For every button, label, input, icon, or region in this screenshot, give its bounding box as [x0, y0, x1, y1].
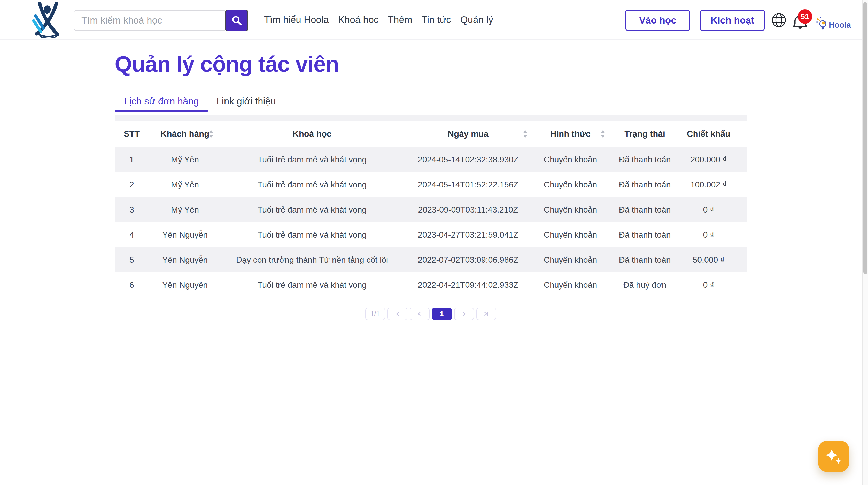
cell-khoa-hoc: Tuổi trẻ đam mê và khát vọng — [221, 172, 403, 197]
column-header-khach-hang[interactable]: Khách hàng — [149, 121, 221, 147]
cell-ngay-mua: 2023-04-27T03:21:59.041Z — [403, 222, 533, 248]
column-header-khoa-hoc: Khoá học — [221, 121, 403, 147]
table-row: 5Yên NguyễnDạy con trưởng thành Từ nền t… — [115, 248, 747, 273]
notifications-button[interactable]: 51 — [792, 9, 815, 30]
hoola-mini-logo[interactable]: Hoola — [816, 13, 851, 31]
kich-hoat-button[interactable]: Kích hoạt — [700, 10, 765, 31]
column-header-trang-thai: Trạng thái — [608, 121, 682, 147]
next-page-button[interactable] — [454, 308, 474, 320]
nav-item-tin-tuc[interactable]: Tin tức — [422, 15, 451, 25]
cell-chiet-khau: 0 ₫ — [682, 273, 747, 297]
cell-trang-thai: Đã thanh toán — [608, 147, 682, 172]
cell-khach-hang: Mỹ Yên — [149, 197, 221, 222]
cell-stt: 3 — [115, 197, 149, 222]
tab-lich-su-don-hang[interactable]: Lịch sử đơn hàng — [115, 92, 208, 111]
cell-khoa-hoc: Tuổi trẻ đam mê và khát vọng — [221, 197, 403, 222]
cell-chiet-khau: 200.000 ₫ — [682, 147, 747, 172]
search-box — [74, 9, 248, 31]
scrollbar-thumb[interactable] — [863, 2, 867, 274]
prev-page-button[interactable] — [410, 308, 430, 320]
column-label: Hình thức — [550, 129, 591, 139]
header: Tìm hiểu HoolaKhoá họcThêmTin tứcQuản lý… — [0, 0, 868, 40]
cell-chiet-khau: 50.000 ₫ — [682, 248, 747, 273]
column-label: Chiết khấu — [687, 129, 731, 139]
nav-item-tim-hieu-hoola[interactable]: Tìm hiểu Hoola — [264, 15, 329, 25]
sort-icon[interactable] — [523, 130, 528, 138]
search-button[interactable] — [225, 9, 248, 31]
cell-ngay-mua: 2024-05-14T02:32:38.930Z — [403, 147, 533, 172]
nav-item-them[interactable]: Thêm — [388, 15, 412, 25]
cell-khoa-hoc: Tuổi trẻ đam mê và khát vọng — [221, 147, 403, 172]
cell-trang-thai: Đã thanh toán — [608, 172, 682, 197]
table-row: 1Mỹ YênTuổi trẻ đam mê và khát vọng2024-… — [115, 147, 747, 172]
cell-khach-hang: Yên Nguyễn — [149, 222, 221, 248]
tab-bar: Lịch sử đơn hàngLink giới thiệu — [115, 92, 747, 111]
current-page-button[interactable]: 1 — [432, 308, 452, 320]
cell-khoa-hoc: Dạy con trưởng thành Từ nền tảng cốt lõi — [221, 248, 403, 273]
cell-hinh-thuc: Chuyển khoản — [533, 172, 608, 197]
sort-icon[interactable] — [209, 130, 214, 138]
cell-hinh-thuc: Chuyển khoản — [533, 273, 608, 297]
tab-link-gioi-thieu[interactable]: Link giới thiệu — [216, 92, 276, 111]
cell-hinh-thuc: Chuyển khoản — [533, 248, 608, 273]
column-label: Trạng thái — [624, 129, 665, 139]
first-page-button[interactable] — [388, 308, 407, 320]
cell-khoa-hoc: Tuổi trẻ đam mê và khát vọng — [221, 222, 403, 248]
cell-trang-thai: Đã thanh toán — [608, 222, 682, 248]
table-row: 6Yên NguyễnTuổi trẻ đam mê và khát vọng2… — [115, 273, 747, 297]
cell-trang-thai: Đã thanh toán — [608, 248, 682, 273]
column-header-hinh-thuc[interactable]: Hình thức — [533, 121, 608, 147]
nav-item-quan-ly[interactable]: Quản lý — [460, 15, 493, 25]
page-ratio[interactable]: 1/1 — [365, 308, 385, 320]
page: Tìm hiểu HoolaKhoá họcThêmTin tứcQuản lý… — [0, 0, 868, 485]
hoola-logo-icon — [30, 2, 64, 38]
main-nav: Tìm hiểu HoolaKhoá họcThêmTin tứcQuản lý — [264, 0, 493, 40]
cell-khoa-hoc: Tuổi trẻ đam mê và khát vọng — [221, 273, 403, 297]
column-header-ngay-mua[interactable]: Ngày mua — [403, 121, 533, 147]
cell-stt: 2 — [115, 172, 149, 197]
prev-page-icon — [416, 310, 424, 318]
pagination: 1/1 1 — [115, 308, 747, 320]
cell-chiet-khau: 0 ₫ — [682, 197, 747, 222]
cell-trang-thai: Đã thanh toán — [608, 197, 682, 222]
cell-khach-hang: Mỹ Yên — [149, 172, 221, 197]
table-row: 3Mỹ YênTuổi trẻ đam mê và khát vọng2023-… — [115, 197, 747, 222]
scrollbar-track[interactable] — [862, 0, 868, 485]
first-page-icon — [394, 310, 401, 318]
last-page-button[interactable] — [476, 308, 496, 320]
hoola-logo[interactable] — [30, 2, 64, 38]
column-label: Ngày mua — [448, 129, 489, 139]
nav-item-khoa-hoc[interactable]: Khoá học — [338, 15, 378, 25]
search-input[interactable] — [74, 10, 226, 31]
table-top-strip — [115, 115, 747, 121]
table-row: 4Yên NguyễnTuổi trẻ đam mê và khát vọng2… — [115, 222, 747, 248]
globe-icon — [771, 12, 787, 28]
cell-khach-hang: Yên Nguyễn — [149, 248, 221, 273]
cell-trang-thai: Đã huỷ đơn — [608, 273, 682, 297]
cell-ngay-mua: 2022-07-02T03:09:06.986Z — [403, 248, 533, 273]
brand-name: Hoola — [829, 21, 851, 31]
cell-hinh-thuc: Chuyển khoản — [533, 222, 608, 248]
sparkle-fab[interactable] — [818, 441, 849, 472]
table-row: 2Mỹ YênTuổi trẻ đam mê và khát vọng2024-… — [115, 172, 747, 197]
sparkle-icon — [825, 447, 843, 465]
vao-hoc-button[interactable]: Vào học — [625, 10, 690, 31]
cell-stt: 4 — [115, 222, 149, 248]
cell-ngay-mua: 2024-05-14T01:52:22.156Z — [403, 172, 533, 197]
orders-table: STTKhách hàngKhoá họcNgày muaHình thứcTr… — [115, 121, 747, 297]
search-icon — [231, 15, 243, 26]
column-header-stt: STT — [115, 121, 149, 147]
cell-stt: 6 — [115, 273, 149, 297]
cell-chiet-khau: 0 ₫ — [682, 222, 747, 248]
language-globe-button[interactable] — [771, 12, 787, 28]
sort-icon[interactable] — [600, 130, 606, 138]
column-header-chiet-khau: Chiết khấu — [682, 121, 747, 147]
cell-chiet-khau: 100.002 ₫ — [682, 172, 747, 197]
notification-badge: 51 — [798, 9, 812, 24]
cell-ngay-mua: 2023-09-09T03:11:43.210Z — [403, 197, 533, 222]
cell-hinh-thuc: Chuyển khoản — [533, 197, 608, 222]
cell-khach-hang: Yên Nguyễn — [149, 273, 221, 297]
column-label: STT — [124, 129, 140, 139]
cell-ngay-mua: 2022-04-21T09:44:02.933Z — [403, 273, 533, 297]
page-title: Quản lý cộng tác viên — [115, 51, 339, 77]
